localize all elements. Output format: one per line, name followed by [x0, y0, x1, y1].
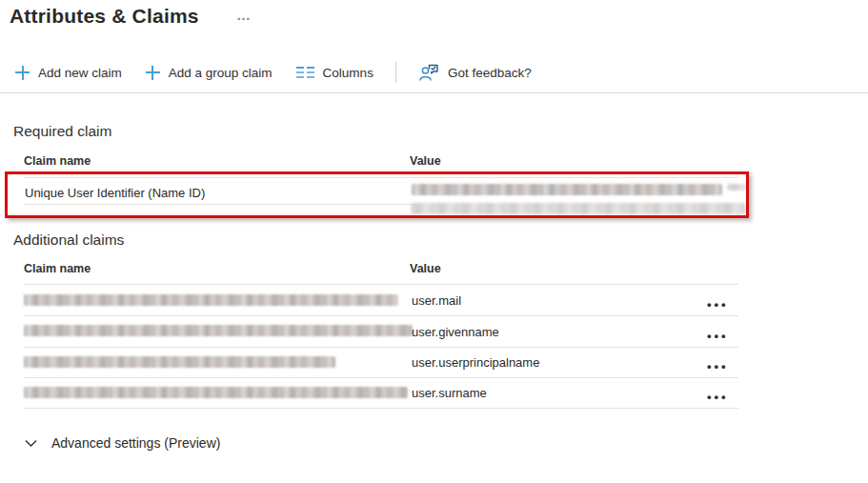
add-new-claim-button[interactable]: Add new claim	[13, 62, 124, 84]
toolbar-divider	[395, 62, 396, 83]
columns-label: Columns	[323, 66, 373, 80]
row-context-menu-button[interactable]: •••	[707, 330, 739, 342]
row-context-menu-button[interactable]: •••	[707, 360, 739, 372]
additional-claim-name-header: Claim name	[24, 262, 91, 275]
got-feedback-button[interactable]: Got feedback?	[416, 60, 534, 86]
row-context-menu-button[interactable]: •••	[707, 391, 739, 403]
row-separator	[24, 315, 738, 316]
required-value-header: Value	[410, 154, 441, 168]
page-title: Attributes & Claims	[10, 5, 199, 28]
advanced-settings-toggle[interactable]: Advanced settings (Preview)	[25, 435, 220, 451]
claim-value[interactable]: user.mail	[412, 293, 461, 308]
row-separator	[24, 377, 738, 378]
additional-value-header: Value	[410, 262, 441, 275]
claim-value[interactable]: user.givenname	[412, 325, 499, 339]
add-group-claim-button[interactable]: Add a group claim	[144, 62, 274, 84]
row-context-menu-button[interactable]: •••	[707, 298, 739, 311]
columns-button[interactable]: Columns	[294, 62, 375, 84]
redacted-claim-value-tail	[727, 184, 746, 191]
command-bar: Add new claim Add a group claim Columns	[13, 58, 534, 87]
required-header-separator	[24, 177, 738, 178]
plus-icon	[15, 66, 30, 80]
toolbar-separator	[0, 92, 868, 93]
plus-icon	[146, 66, 160, 80]
feedback-icon	[418, 64, 439, 82]
redacted-claim-name	[24, 356, 335, 368]
redacted-claim-value	[412, 184, 722, 195]
redacted-claim-value-secondary	[411, 203, 746, 214]
redacted-claim-name	[24, 387, 408, 398]
additional-claims-section-title: Additional claims	[13, 231, 124, 249]
row-separator	[24, 408, 738, 409]
additional-header-separator	[24, 284, 738, 285]
required-claim-name-header: Claim name	[24, 154, 91, 168]
got-feedback-label: Got feedback?	[448, 66, 532, 80]
claim-value[interactable]: user.surname	[412, 386, 487, 400]
required-claim-name[interactable]: Unique User Identifier (Name ID)	[25, 186, 205, 200]
redacted-claim-name	[24, 294, 398, 306]
row-separator	[24, 347, 738, 348]
claim-value[interactable]: user.userprincipalname	[412, 355, 539, 370]
redacted-claim-name	[24, 325, 413, 336]
attributes-claims-page: Attributes & Claims … Add new claim Add …	[0, 0, 868, 483]
columns-icon	[296, 67, 314, 79]
add-new-claim-label: Add new claim	[38, 66, 122, 80]
chevron-down-icon	[25, 439, 37, 448]
advanced-settings-label: Advanced settings (Preview)	[51, 435, 220, 451]
add-group-claim-label: Add a group claim	[169, 66, 273, 80]
required-claim-section-title: Required claim	[13, 123, 111, 140]
more-options-icon[interactable]: …	[236, 8, 251, 22]
